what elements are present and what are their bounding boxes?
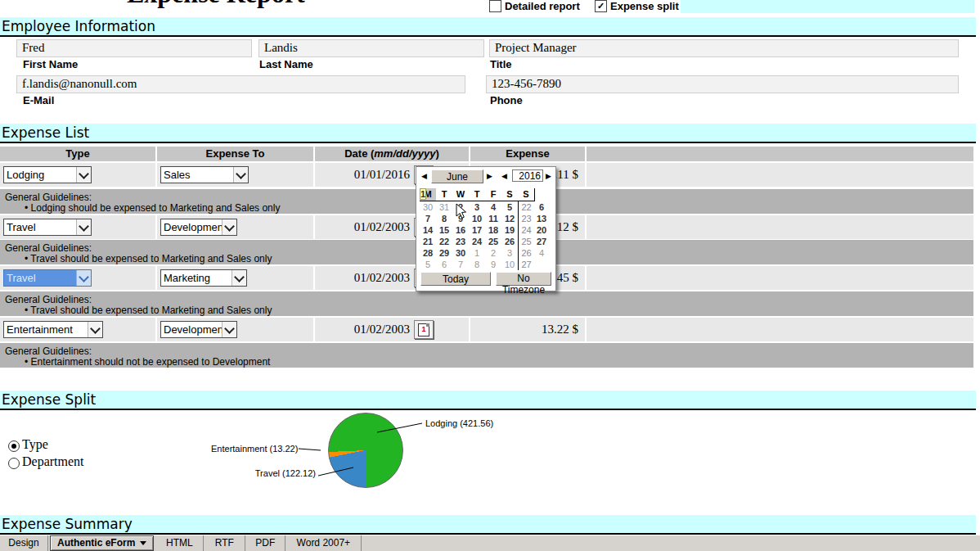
- year-input[interactable]: 2016: [512, 169, 543, 182]
- calendar-grid: MTWTFSS303112345226789101112231314151617…: [420, 188, 549, 270]
- calendar-day[interactable]: 5: [501, 201, 518, 213]
- today-button[interactable]: Today: [420, 272, 491, 286]
- column-header-type: Type: [0, 147, 155, 161]
- chevron-down-icon[interactable]: [76, 270, 91, 286]
- next-month-icon[interactable]: ▶: [487, 169, 492, 183]
- prev-year-icon[interactable]: ◀: [501, 169, 507, 183]
- phone-label: Phone: [490, 94, 523, 106]
- calendar-day[interactable]: 7: [452, 259, 469, 270]
- view-tab-bar: Design Authentic eForm HTML RTF PDF Word…: [0, 535, 980, 551]
- month-button[interactable]: June: [431, 169, 483, 183]
- calendar-day[interactable]: 25: [485, 236, 501, 247]
- phone-field[interactable]: 123-456-7890: [486, 75, 959, 93]
- calendar-day[interactable]: 29: [436, 247, 452, 259]
- calendar-day[interactable]: 9: [485, 259, 501, 270]
- calendar-day[interactable]: 24: [469, 236, 485, 247]
- expense-to-select[interactable]: Marketing: [160, 269, 247, 287]
- calendar-day[interactable]: 27: [534, 236, 549, 247]
- section-header-expense-list: Expense List: [0, 124, 976, 143]
- expense-value[interactable]: 13.22 $: [470, 318, 585, 341]
- calendar-day[interactable]: 18: [485, 224, 501, 236]
- chevron-down-icon[interactable]: [222, 322, 236, 337]
- chevron-down-icon[interactable]: [88, 322, 102, 337]
- calendar-day[interactable]: 4: [485, 201, 501, 213]
- expense-to-select[interactable]: Development: [160, 321, 237, 338]
- expense-to-select[interactable]: Development: [160, 219, 237, 236]
- calendar-day-header: T: [469, 188, 485, 201]
- calendar-day[interactable]: 15: [436, 224, 452, 236]
- calendar-day[interactable]: 30: [452, 247, 469, 259]
- calendar-day[interactable]: 14: [420, 224, 436, 236]
- expense-row: Entertainment Development 01/02/2003 1 1…: [0, 318, 973, 341]
- tab-pdf[interactable]: PDF: [245, 535, 285, 551]
- type-select-selected[interactable]: Travel: [3, 269, 92, 287]
- type-select[interactable]: Entertainment: [3, 321, 103, 338]
- last-name-field[interactable]: Landis: [258, 39, 484, 57]
- tab-design[interactable]: Design: [0, 535, 47, 551]
- radio-type[interactable]: [8, 440, 20, 452]
- calendar-day[interactable]: 16: [452, 224, 469, 236]
- expense-to-select[interactable]: Sales: [160, 166, 249, 183]
- calendar-day[interactable]: 7: [420, 213, 436, 224]
- calendar-day[interactable]: 3: [501, 247, 518, 259]
- guidelines-label: General Guidelines:: [5, 192, 92, 203]
- chevron-down-icon[interactable]: [76, 167, 91, 183]
- calendar-day[interactable]: 26: [501, 236, 518, 247]
- calendar-day[interactable]: 22: [436, 236, 452, 247]
- calendar-day-selected[interactable]: 1: [420, 188, 426, 200]
- checkbox-unchecked-icon[interactable]: [489, 0, 501, 12]
- chevron-down-icon[interactable]: [233, 167, 248, 183]
- column-header-expense-to: Expense To: [157, 147, 313, 161]
- type-select[interactable]: Lodging: [3, 166, 92, 183]
- prev-month-icon[interactable]: ◀: [421, 169, 427, 183]
- calendar-day[interactable]: 10: [469, 213, 485, 224]
- calendar-day[interactable]: 17: [469, 224, 485, 236]
- radio-department[interactable]: [8, 458, 20, 469]
- calendar-day[interactable]: 2: [485, 247, 501, 259]
- calendar-day[interactable]: 12: [501, 213, 518, 224]
- calendar-day[interactable]: 19: [501, 224, 518, 236]
- next-year-icon[interactable]: ▶: [546, 169, 551, 183]
- tab-authentic-eform[interactable]: Authentic eForm: [50, 535, 154, 551]
- type-select[interactable]: Travel: [3, 219, 92, 236]
- callout-line-entertainment: [299, 449, 321, 450]
- email-field[interactable]: f.landis@nanonull.com: [16, 75, 465, 93]
- calendar-day[interactable]: 1: [469, 247, 485, 259]
- guideline-text: Travel should be expensed to Marketing a…: [25, 253, 272, 264]
- no-timezone-button[interactable]: No Timezone: [496, 272, 551, 286]
- column-header-expense: Expense: [470, 147, 585, 161]
- calendar-day[interactable]: 20: [534, 224, 549, 236]
- first-name-field[interactable]: Fred: [16, 39, 252, 57]
- expense-split-checkbox[interactable]: ✓ Expense split: [595, 0, 679, 12]
- calendar-icon-button[interactable]: 1: [414, 320, 434, 339]
- tab-word-2007[interactable]: Word 2007+: [285, 535, 361, 551]
- calendar-day[interactable]: 21: [420, 236, 436, 247]
- checkbox-checked-icon[interactable]: ✓: [595, 0, 607, 12]
- week-number: 24: [518, 224, 534, 236]
- calendar-day[interactable]: 6: [436, 259, 452, 270]
- calendar-day-header: S: [518, 188, 534, 201]
- calendar-day[interactable]: 6: [534, 201, 549, 213]
- calendar-day[interactable]: 4: [534, 247, 549, 259]
- chevron-down-icon[interactable]: [76, 219, 91, 235]
- calendar-day[interactable]: 13: [534, 213, 549, 224]
- calendar-day[interactable]: 30: [420, 201, 436, 213]
- tab-rtf[interactable]: RTF: [204, 535, 245, 551]
- mouse-cursor-icon: [456, 203, 467, 219]
- chevron-down-icon[interactable]: [222, 219, 236, 235]
- calendar-day[interactable]: 8: [469, 259, 485, 270]
- detailed-report-checkbox[interactable]: Detailed report: [489, 0, 580, 12]
- calendar-day[interactable]: 11: [485, 213, 501, 224]
- calendar-day[interactable]: 31: [436, 201, 452, 213]
- chevron-down-icon[interactable]: [232, 270, 246, 286]
- title-field[interactable]: Project Manager: [489, 39, 959, 57]
- guidelines-row: General Guidelines: Travel should be exp…: [0, 291, 973, 316]
- radio-type-label: Type: [22, 437, 48, 452]
- calendar-day[interactable]: 10: [501, 259, 518, 270]
- calendar-day[interactable]: 8: [436, 213, 452, 224]
- calendar-day[interactable]: 5: [420, 259, 436, 270]
- calendar-day[interactable]: 23: [452, 236, 469, 247]
- tab-html[interactable]: HTML: [155, 535, 203, 551]
- calendar-day[interactable]: 3: [469, 201, 485, 213]
- calendar-day[interactable]: 28: [420, 247, 436, 259]
